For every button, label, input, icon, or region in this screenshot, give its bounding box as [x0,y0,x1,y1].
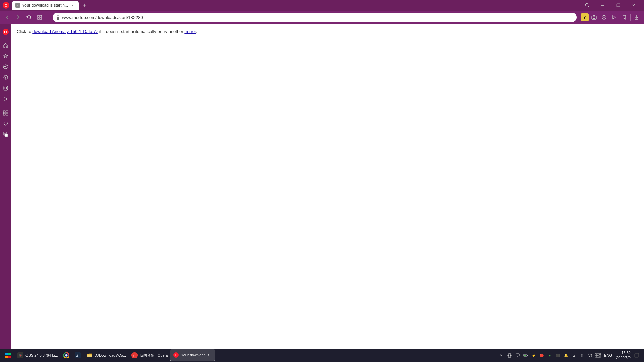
explorer-icon [86,352,92,358]
sidebar-home-btn[interactable] [1,40,11,50]
sidebar-favorites-btn[interactable] [1,119,11,129]
mirror-link[interactable]: mirror [184,29,196,34]
svg-point-10 [593,17,595,19]
svg-rect-62 [635,353,639,357]
language-indicator[interactable]: ENG [603,353,613,357]
sidebar-history-btn[interactable] [1,129,11,139]
svg-point-42 [65,354,68,357]
clock-date: 2020/6/9 [616,355,631,360]
nav-bar: www.moddb.com/downloads/start/182280 Y [0,11,644,24]
chrome-icon [63,352,69,358]
tray-icon-5[interactable]: 🔔 [562,352,569,359]
taskbar-chrome[interactable] [61,349,72,361]
tray-icon-7[interactable]: ⚙ [579,352,585,359]
instruction-before: Click to [17,29,32,34]
instruction-after: if it doesn't start automatically or try… [98,29,184,34]
forward-btn[interactable] [13,13,23,22]
svg-rect-27 [3,113,5,115]
tray-icon-2[interactable]: 🔴 [538,352,545,359]
opera-logo [3,2,9,9]
svg-rect-50 [508,353,511,356]
toolbar-right: Y [581,13,641,22]
tray-chevron[interactable] [498,352,505,359]
svg-marker-24 [4,97,7,101]
svg-line-3 [588,6,589,7]
tray-input[interactable]: 中/英 [595,352,601,359]
sidebar-player-btn[interactable] [1,94,11,104]
lock-icon [56,15,60,20]
tray-icon-1[interactable]: ⚡ [530,352,537,359]
reload-btn[interactable] [24,13,34,22]
minimize-button[interactable]: ─ [595,0,610,11]
back-btn[interactable] [3,13,12,22]
active-tab[interactable]: ↓ Your download is startin... × [12,1,79,10]
restore-button[interactable]: ❐ [610,0,626,11]
svg-point-40 [20,355,21,356]
flow-btn[interactable] [609,13,619,22]
title-bar: ↓ Your download is startin... × + ─ ❐ ✕ [0,0,644,11]
svg-rect-35 [8,353,11,355]
svg-point-22 [5,87,7,89]
new-tab-btn[interactable]: + [80,1,89,10]
nav-separator [47,14,47,21]
tray-network[interactable] [514,352,521,359]
tray-icon-6[interactable]: ▲ [571,352,577,359]
start-button[interactable] [1,349,15,362]
svg-rect-7 [40,18,42,19]
svg-rect-53 [516,354,519,356]
svg-text:O: O [175,353,178,357]
sidebar-whatsapp-btn[interactable] [1,72,11,82]
address-bar[interactable]: www.moddb.com/downloads/start/182280 [53,13,577,22]
sidebar-messenger-btn[interactable] [1,62,11,72]
svg-rect-21 [4,86,8,90]
taskbar-opera[interactable]: O Your download is... [170,349,215,361]
svg-text:↓: ↓ [17,4,18,7]
svg-rect-37 [8,356,11,358]
svg-rect-58 [527,355,528,356]
qqmusic-label: 我的音乐 - Opera [140,353,168,358]
sidebar-instagram-btn[interactable] [1,83,11,93]
svg-text:♪: ♪ [133,354,135,357]
svg-text:♟: ♟ [76,354,79,357]
tabs-overview-btn[interactable] [35,13,44,22]
svg-rect-6 [38,18,39,19]
opera-check-btn[interactable] [599,13,609,22]
svg-rect-11 [593,15,595,16]
svg-rect-5 [40,15,42,17]
sidebar-bookmarks-btn[interactable] [1,51,11,61]
svg-rect-28 [6,113,8,115]
tab-title: Your download is startin... [22,3,68,8]
steam-icon: ♟ [75,352,81,358]
tray-icon-3[interactable]: ● [546,352,553,359]
taskbar-qqmusic[interactable]: ♪ 我的音乐 - Opera [129,349,170,361]
tab-close-btn[interactable]: × [70,3,75,8]
svg-rect-26 [6,111,8,113]
search-button[interactable] [580,0,595,11]
close-button[interactable]: ✕ [626,0,641,11]
system-clock[interactable]: 16:52 2020/6/9 [615,350,632,361]
camera-btn[interactable] [589,13,599,22]
sidebar: O [0,24,11,362]
speed-dial-btn[interactable]: Y [581,13,589,21]
taskbar-tray: ⚡ 🔴 ● ⬛ 🔔 ▲ ⚙ 中/英 ENG 16:52 2020/6/9 [498,350,643,361]
taskbar-explorer[interactable]: D:\Downloads\Co... [84,349,129,361]
tray-battery[interactable] [522,352,529,359]
svg-rect-34 [5,353,8,355]
tray-mic[interactable] [506,352,513,359]
tray-volume[interactable] [587,352,593,359]
taskbar-steam[interactable]: ♟ [72,349,84,361]
file-download-link[interactable]: download Anomaly-150-1-Data.7z [32,29,98,34]
sidebar-apps-btn[interactable] [1,108,11,118]
qqmusic-icon: ♪ [131,352,138,358]
svg-rect-8 [57,17,59,20]
notifications-btn[interactable] [633,352,640,359]
downloads-btn[interactable] [632,13,641,22]
svg-rect-45 [87,355,92,357]
tray-icon-4[interactable]: ⬛ [554,352,561,359]
svg-rect-33 [5,134,8,137]
taskbar-obs[interactable]: OBS 24.0.3 (64-bi... [15,349,61,361]
bookmarks-btn[interactable] [620,13,629,22]
svg-point-46 [131,352,138,358]
opera-label: Your download is... [181,353,212,357]
svg-text:中/英: 中/英 [595,354,601,357]
